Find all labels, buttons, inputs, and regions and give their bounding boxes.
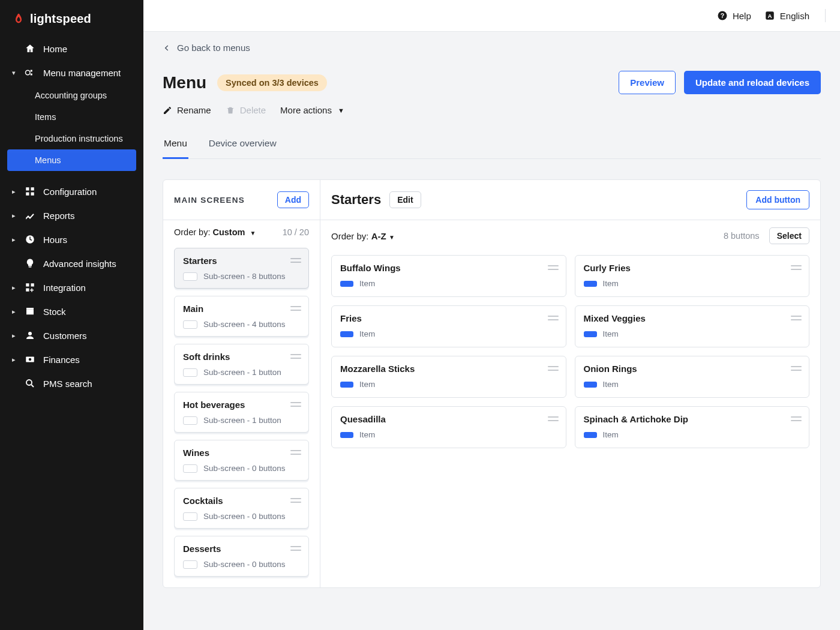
back-link[interactable]: Go back to menus xyxy=(163,43,250,53)
clipboard-icon xyxy=(24,67,36,79)
drag-handle-icon[interactable] xyxy=(290,401,301,408)
screen-card[interactable]: CocktailsSub-screen - 0 buttons xyxy=(174,488,309,529)
nav-menus[interactable]: Menus xyxy=(7,149,136,171)
nav-configuration[interactable]: ▸ Configuration xyxy=(0,179,143,203)
item-name: Buffalo Wings xyxy=(340,263,557,273)
grid-icon xyxy=(24,185,36,197)
item-card[interactable]: Curly FriesItem xyxy=(575,255,810,297)
topbar-divider xyxy=(825,9,826,22)
screen-card[interactable]: WinesSub-screen - 0 buttons xyxy=(174,440,309,481)
drag-handle-icon[interactable] xyxy=(548,264,559,271)
item-card[interactable]: Mozzarella SticksItem xyxy=(331,356,566,398)
item-color-chip xyxy=(584,331,597,337)
screen-card[interactable]: Hot beveragesSub-screen - 1 button xyxy=(174,392,309,433)
item-card[interactable]: Mixed VeggiesItem xyxy=(575,305,810,347)
nav-production-instructions[interactable]: Production instructions xyxy=(0,128,143,149)
drag-handle-icon[interactable] xyxy=(290,497,301,504)
drag-handle-icon[interactable] xyxy=(791,365,802,372)
screen-meta: Sub-screen - 1 button xyxy=(203,368,281,377)
add-screen-button[interactable]: Add xyxy=(277,191,309,208)
screen-meta: Sub-screen - 4 buttons xyxy=(203,320,286,329)
language-icon: A xyxy=(764,10,775,21)
item-name: Mixed Veggies xyxy=(584,313,801,323)
nav-stock[interactable]: ▸ Stock xyxy=(0,299,143,323)
screen-meta: Sub-screen - 0 buttons xyxy=(203,512,286,521)
item-name: Quesadilla xyxy=(340,414,557,424)
drag-handle-icon[interactable] xyxy=(791,415,802,422)
screen-card[interactable]: StartersSub-screen - 8 buttons xyxy=(174,248,309,289)
color-swatch xyxy=(183,272,197,281)
drag-handle-icon[interactable] xyxy=(791,264,802,271)
svg-rect-10 xyxy=(26,289,29,292)
nav-advanced-insights[interactable]: ▸ Advanced insights xyxy=(0,251,143,275)
item-card[interactable]: Buffalo WingsItem xyxy=(331,255,566,297)
nav-hours[interactable]: ▸ Hours xyxy=(0,227,143,251)
drag-handle-icon[interactable] xyxy=(548,415,559,422)
item-card[interactable]: Spinach & Artichoke DipItem xyxy=(575,406,810,448)
color-swatch xyxy=(183,320,197,329)
svg-rect-12 xyxy=(26,308,34,309)
chevron-right-icon: ▸ xyxy=(11,356,17,364)
select-button[interactable]: Select xyxy=(769,227,809,244)
nav-menu-management[interactable]: ▾ Menu management xyxy=(0,61,143,85)
preview-button[interactable]: Preview xyxy=(619,71,676,94)
nav-items[interactable]: Items xyxy=(0,106,143,128)
left-order-by[interactable]: Order by: Custom ▼ xyxy=(174,227,256,237)
rename-action[interactable]: Rename xyxy=(163,105,211,115)
chart-icon xyxy=(24,209,36,221)
svg-point-15 xyxy=(29,358,32,361)
tab-menu[interactable]: Menu xyxy=(163,132,188,159)
language-label: English xyxy=(780,11,809,21)
more-actions-dropdown[interactable]: More actions ▼ xyxy=(280,105,344,115)
drag-handle-icon[interactable] xyxy=(290,545,301,552)
nav-reports[interactable]: ▸ Reports xyxy=(0,203,143,227)
finance-icon xyxy=(24,353,36,365)
language-selector[interactable]: A English xyxy=(764,10,809,21)
screen-card[interactable]: MainSub-screen - 4 buttons xyxy=(174,296,309,337)
svg-point-0 xyxy=(26,70,31,75)
right-order-by[interactable]: Order by: A-Z ▼ xyxy=(331,231,395,241)
nav-finances[interactable]: ▸ Finances xyxy=(0,347,143,371)
help-link[interactable]: ? Help xyxy=(717,10,751,21)
home-icon xyxy=(24,43,36,55)
drag-handle-icon[interactable] xyxy=(290,257,301,264)
nav-hours-label: Hours xyxy=(43,235,67,245)
item-type-label: Item xyxy=(359,279,375,288)
nav-customers[interactable]: ▸ Customers xyxy=(0,323,143,347)
color-swatch xyxy=(183,512,197,521)
item-name: Onion Rings xyxy=(584,364,801,374)
nav-integration[interactable]: ▸ Integration xyxy=(0,275,143,299)
color-swatch xyxy=(183,368,197,377)
item-card[interactable]: FriesItem xyxy=(331,305,566,347)
nav-accounting-groups[interactable]: Accounting groups xyxy=(0,85,143,106)
svg-text:A: A xyxy=(767,13,772,19)
drag-handle-icon[interactable] xyxy=(791,314,802,322)
screen-meta: Sub-screen - 1 button xyxy=(203,416,281,425)
brand-logo-icon xyxy=(12,13,25,26)
item-type-label: Item xyxy=(359,430,375,439)
item-card[interactable]: Onion RingsItem xyxy=(575,356,810,398)
item-type-label: Item xyxy=(603,279,619,288)
screen-card[interactable]: DessertsSub-screen - 0 buttons xyxy=(174,536,309,577)
nav-home[interactable]: ▸ Home xyxy=(0,37,143,61)
nav-customers-label: Customers xyxy=(43,331,87,341)
drag-handle-icon[interactable] xyxy=(290,305,301,312)
tab-device-overview[interactable]: Device overview xyxy=(208,132,278,159)
drag-handle-icon[interactable] xyxy=(548,365,559,372)
drag-handle-icon[interactable] xyxy=(548,314,559,322)
svg-rect-3 xyxy=(26,187,29,190)
item-card[interactable]: QuesadillaItem xyxy=(331,406,566,448)
screen-card[interactable]: Soft drinksSub-screen - 1 button xyxy=(174,344,309,385)
user-icon xyxy=(24,329,36,341)
back-label: Go back to menus xyxy=(177,43,250,53)
nav-pms-search-label: PMS search xyxy=(43,379,92,389)
svg-rect-9 xyxy=(31,283,34,286)
drag-handle-icon[interactable] xyxy=(290,353,301,360)
update-reload-button[interactable]: Update and reload devices xyxy=(684,71,821,94)
edit-screen-button[interactable]: Edit xyxy=(389,191,421,208)
nav-pms-search[interactable]: ▸ PMS search xyxy=(0,371,143,395)
caret-down-icon: ▼ xyxy=(338,107,344,114)
drag-handle-icon[interactable] xyxy=(290,449,301,456)
caret-down-icon: ▼ xyxy=(389,234,395,241)
add-item-button[interactable]: Add button xyxy=(746,190,809,209)
